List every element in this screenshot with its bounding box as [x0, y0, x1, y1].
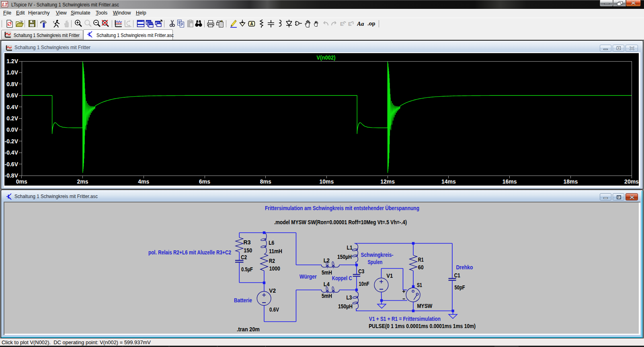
- svg-text:.model MYSW SW(Ron=0.00001 Rof: .model MYSW SW(Ron=0.00001 Roff=10Meg Vt…: [274, 219, 407, 225]
- svg-text:L1: L1: [347, 244, 353, 251]
- svg-text:10ms: 10ms: [319, 178, 334, 185]
- svg-text:C3: C3: [358, 268, 364, 275]
- svg-text:0.4V: 0.4V: [6, 104, 18, 110]
- svg-text:Schaltung 1 Schwingkreis mit F: Schaltung 1 Schwingkreis mit Fritter.asc: [96, 33, 174, 38]
- svg-text:11mH: 11mH: [269, 248, 282, 254]
- svg-text:R2: R2: [269, 257, 275, 264]
- svg-text:PULSE(0 1 1ms 0.0001ms 0.0001m: PULSE(0 1 1ms 0.0001ms 0.0001ms 1ms 10m): [369, 323, 476, 329]
- svg-text:1.2V: 1.2V: [6, 58, 18, 64]
- svg-text:L3: L3: [346, 294, 352, 301]
- svg-text:S1: S1: [417, 281, 422, 288]
- svg-text:A: A: [250, 22, 253, 26]
- svg-text:Koppel C: Koppel C: [332, 275, 352, 281]
- svg-text:E: E: [340, 21, 344, 27]
- svg-text:150: 150: [244, 247, 252, 254]
- svg-text:5mH: 5mH: [322, 292, 332, 299]
- svg-text:E: E: [348, 21, 352, 27]
- svg-text:60: 60: [418, 264, 424, 271]
- svg-text:20ms: 20ms: [624, 178, 639, 185]
- svg-text:5mH: 5mH: [322, 269, 332, 276]
- svg-text:L6: L6: [269, 239, 274, 246]
- svg-text:V1: V1: [386, 272, 393, 279]
- svg-text:LT: LT: [2, 2, 8, 7]
- svg-text:0.8V: 0.8V: [6, 81, 18, 87]
- svg-text:R1: R1: [418, 256, 424, 263]
- svg-text:Würger: Würger: [299, 273, 317, 280]
- svg-text:4ms: 4ms: [138, 178, 149, 185]
- svg-text:LTspice IV - Schaltung 1 Schwi: LTspice IV - Schaltung 1 Schwingkreis mi…: [11, 2, 119, 8]
- svg-text:1000: 1000: [269, 265, 280, 272]
- svg-text:Schaltung 1 Schwingkreis mit F: Schaltung 1 Schwingkreis mit Fritter: [14, 33, 80, 38]
- svg-text:-0.2V: -0.2V: [5, 138, 18, 145]
- svg-text:0.6V: 0.6V: [6, 92, 18, 99]
- svg-text:6ms: 6ms: [199, 178, 210, 185]
- svg-text:Drehko: Drehko: [456, 264, 473, 271]
- svg-text:Frittersimulation am Schwingkr: Frittersimulation am Schwingkreis mit en…: [265, 205, 419, 211]
- svg-text:R3: R3: [244, 239, 251, 246]
- svg-text:0ms: 0ms: [16, 178, 27, 185]
- svg-text:V(n002): V(n002): [317, 54, 336, 61]
- svg-text:V2: V2: [269, 287, 276, 294]
- svg-text:Schwingkreis-: Schwingkreis-: [361, 251, 394, 258]
- svg-text:18ms: 18ms: [563, 178, 578, 185]
- svg-text:8ms: 8ms: [260, 178, 271, 185]
- svg-text:14ms: 14ms: [441, 178, 456, 185]
- svg-text:L4: L4: [324, 281, 330, 287]
- svg-text:1.0V: 1.0V: [6, 69, 18, 76]
- svg-text:MYSW: MYSW: [417, 302, 433, 309]
- svg-text:-0.6V: -0.6V: [5, 161, 18, 167]
- svg-text:0.5µF: 0.5µF: [241, 266, 253, 273]
- svg-text:150µH: 150µH: [337, 253, 352, 260]
- svg-text:16ms: 16ms: [502, 178, 517, 185]
- svg-text:-0.4V: -0.4V: [5, 149, 18, 156]
- svg-text:Spulen: Spulen: [367, 258, 382, 265]
- svg-text:C2: C2: [241, 254, 247, 260]
- svg-text:Schaltung 1 Schwingkreis mit F: Schaltung 1 Schwingkreis mit Fritter.asc: [14, 194, 98, 199]
- svg-text:0.0V: 0.0V: [6, 126, 18, 133]
- svg-text:0.6V: 0.6V: [269, 306, 279, 313]
- svg-text:150µH: 150µH: [338, 303, 353, 310]
- svg-text:0.2V: 0.2V: [6, 115, 18, 122]
- svg-text:10nF: 10nF: [359, 280, 369, 287]
- svg-text:C1: C1: [454, 272, 460, 279]
- svg-text:50pF: 50pF: [455, 284, 465, 291]
- svg-text:Click to plot V(N002). DC ope: Click to plot V(N002). DC operating poin…: [2, 340, 151, 345]
- svg-text:12ms: 12ms: [380, 178, 395, 185]
- svg-text:2ms: 2ms: [77, 178, 88, 185]
- svg-text:.op: .op: [367, 21, 375, 27]
- svg-text:Aa: Aa: [357, 21, 364, 27]
- svg-text:pol. Relais R2+L6 mit Aluzelle: pol. Relais R2+L6 mit Aluzelle R3+C2: [148, 249, 231, 256]
- svg-text:Schaltung 1 Schwingkreis mit F: Schaltung 1 Schwingkreis mit Fritter: [14, 45, 90, 50]
- svg-text:-0.8V: -0.8V: [5, 172, 18, 179]
- svg-text:.tran 20m: .tran 20m: [237, 326, 260, 333]
- svg-text:Batterie: Batterie: [234, 297, 252, 304]
- svg-text:V1 + S1 + R1 = Frittersimulati: V1 + S1 + R1 = Frittersimulation: [369, 316, 441, 322]
- svg-text:L2: L2: [324, 257, 330, 264]
